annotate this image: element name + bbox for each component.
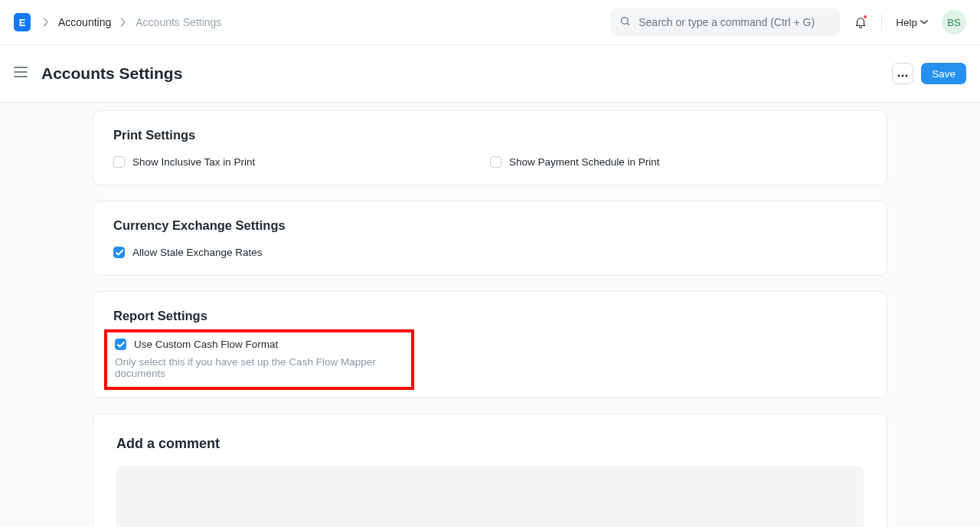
content-area: Print Settings Show Inclusive Tax in Pri…	[0, 103, 980, 527]
print-settings-heading: Print Settings	[113, 128, 867, 142]
global-search[interactable]	[610, 8, 840, 36]
notifications-button[interactable]	[854, 15, 867, 29]
highlighted-region: Use Custom Cash Flow Format Only select …	[104, 329, 414, 390]
more-actions-button[interactable]	[892, 63, 913, 84]
report-settings-heading: Report Settings	[113, 309, 867, 323]
comment-card: Add a comment	[93, 414, 887, 527]
user-avatar[interactable]: BS	[942, 10, 966, 34]
svg-point-2	[902, 75, 904, 77]
chevron-down-icon	[920, 17, 928, 28]
custom-cash-flow-checkbox[interactable]: Use Custom Cash Flow Format	[115, 339, 403, 350]
breadcrumb-root[interactable]: Accounting	[58, 16, 111, 28]
svg-point-1	[898, 75, 900, 77]
divider	[881, 14, 882, 31]
custom-cash-flow-help: Only select this if you have set up the …	[115, 356, 403, 379]
checkbox-label: Allow Stale Exchange Rates	[132, 247, 263, 258]
checkbox-icon	[115, 339, 126, 350]
breadcrumb-current: Accounts Settings	[136, 16, 221, 28]
checkbox-icon	[113, 247, 125, 258]
checkbox-icon	[113, 156, 125, 168]
app-logo-letter: E	[19, 17, 26, 28]
report-settings-card: Report Settings Use Custom Cash Flow For…	[93, 291, 887, 398]
page-header: Accounts Settings Save	[0, 45, 980, 103]
show-inclusive-tax-checkbox[interactable]: Show Inclusive Tax in Print	[113, 156, 490, 168]
checkbox-label: Show Inclusive Tax in Print	[132, 156, 255, 168]
help-label: Help	[896, 17, 917, 28]
app-logo[interactable]: E	[14, 13, 31, 31]
svg-point-3	[906, 75, 908, 77]
currency-settings-card: Currency Exchange Settings Allow Stale E…	[93, 201, 887, 276]
ellipsis-icon	[897, 67, 908, 80]
help-menu[interactable]: Help	[896, 17, 928, 28]
search-input[interactable]	[639, 16, 831, 28]
currency-settings-heading: Currency Exchange Settings	[113, 218, 867, 233]
comment-heading: Add a comment	[116, 436, 864, 452]
menu-toggle[interactable]	[14, 67, 28, 80]
chevron-right-icon	[120, 18, 126, 27]
checkbox-label: Use Custom Cash Flow Format	[134, 339, 278, 350]
search-icon	[619, 15, 631, 29]
top-navbar: E Accounting Accounts Settings Help	[0, 0, 980, 45]
allow-stale-rates-checkbox[interactable]: Allow Stale Exchange Rates	[113, 247, 867, 258]
page-title: Accounts Settings	[41, 64, 182, 83]
avatar-initials: BS	[947, 17, 960, 28]
show-payment-schedule-checkbox[interactable]: Show Payment Schedule in Print	[490, 156, 867, 168]
checkbox-label: Show Payment Schedule in Print	[509, 156, 660, 168]
chevron-right-icon	[43, 18, 49, 27]
checkbox-icon	[490, 156, 501, 168]
save-button[interactable]: Save	[921, 63, 966, 84]
comment-input[interactable]	[116, 466, 864, 527]
breadcrumb: Accounting Accounts Settings	[43, 16, 221, 28]
print-settings-card: Print Settings Show Inclusive Tax in Pri…	[93, 110, 887, 185]
